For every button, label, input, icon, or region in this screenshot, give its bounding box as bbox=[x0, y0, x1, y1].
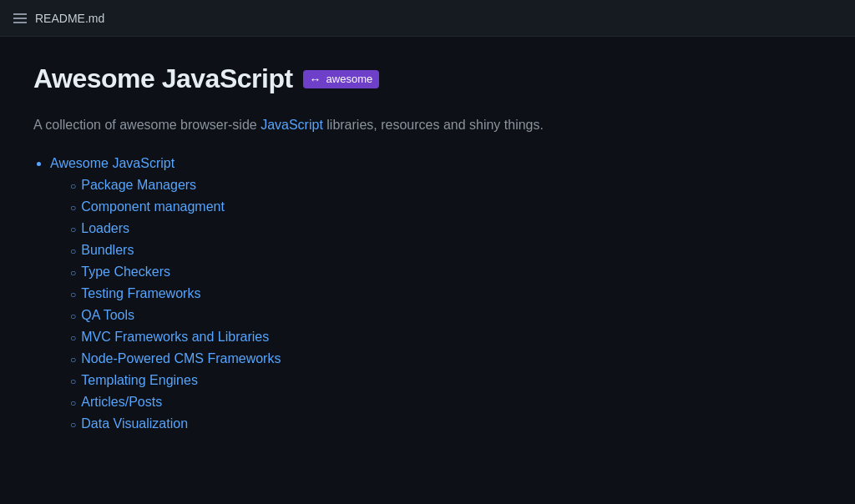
description-link[interactable]: JavaScript bbox=[261, 118, 323, 132]
toc-sub-link[interactable]: Bundlers bbox=[81, 243, 134, 258]
list-item: Templating Engines bbox=[70, 373, 822, 388]
description-prefix: A collection of awesome browser-side bbox=[33, 118, 261, 132]
toc-sub-link[interactable]: MVC Frameworks and Libraries bbox=[81, 330, 269, 345]
description: A collection of awesome browser-side Jav… bbox=[33, 114, 822, 136]
main-content: Awesome JavaScript ↔ awesome A collectio… bbox=[0, 37, 855, 504]
toc-list: Awesome JavaScript Package Managers Comp… bbox=[33, 156, 822, 431]
toc-sub-link[interactable]: Node-Powered CMS Frameworks bbox=[81, 351, 281, 366]
toc-sub-link[interactable]: Templating Engines bbox=[81, 373, 198, 388]
topbar-title: README.md bbox=[35, 12, 104, 25]
list-item: Node-Powered CMS Frameworks bbox=[70, 351, 822, 366]
list-item: Bundlers bbox=[70, 243, 822, 258]
list-item: Package Managers bbox=[70, 178, 822, 193]
list-item: Testing Frameworks bbox=[70, 286, 822, 301]
toc-sub-list: Package Managers Component managment Loa… bbox=[50, 178, 822, 431]
list-item: Data Visualization bbox=[70, 416, 822, 431]
list-item: Type Checkers bbox=[70, 265, 822, 280]
toc-sub-link[interactable]: Data Visualization bbox=[81, 416, 188, 431]
list-item: MVC Frameworks and Libraries bbox=[70, 330, 822, 345]
description-suffix: libraries, resources and shiny things. bbox=[323, 118, 544, 132]
list-item: Articles/Posts bbox=[70, 395, 822, 410]
list-item: Loaders bbox=[70, 221, 822, 236]
topbar: README.md bbox=[0, 0, 855, 37]
toc-sub-link[interactable]: Loaders bbox=[81, 221, 129, 236]
badge-icon: ↔ bbox=[310, 73, 321, 86]
page-heading: Awesome JavaScript ↔ awesome bbox=[33, 63, 822, 94]
toc-sub-link[interactable]: Testing Frameworks bbox=[81, 286, 200, 301]
list-item: QA Tools bbox=[70, 308, 822, 323]
toc-sub-link[interactable]: Type Checkers bbox=[81, 265, 170, 280]
toc-sub-link[interactable]: Articles/Posts bbox=[81, 395, 162, 410]
toc-root-link[interactable]: Awesome JavaScript bbox=[50, 156, 175, 170]
list-item: Component managment bbox=[70, 199, 822, 214]
toc-sub-link[interactable]: Component managment bbox=[81, 199, 225, 214]
page-title: Awesome JavaScript bbox=[33, 63, 293, 94]
awesome-badge: ↔ awesome bbox=[303, 70, 380, 88]
toc-root-item: Awesome JavaScript Package Managers Comp… bbox=[50, 156, 822, 431]
toc-sub-link[interactable]: QA Tools bbox=[81, 308, 134, 323]
toc-sub-link[interactable]: Package Managers bbox=[81, 178, 196, 193]
badge-label: awesome bbox=[326, 73, 373, 85]
menu-icon[interactable] bbox=[13, 13, 27, 23]
